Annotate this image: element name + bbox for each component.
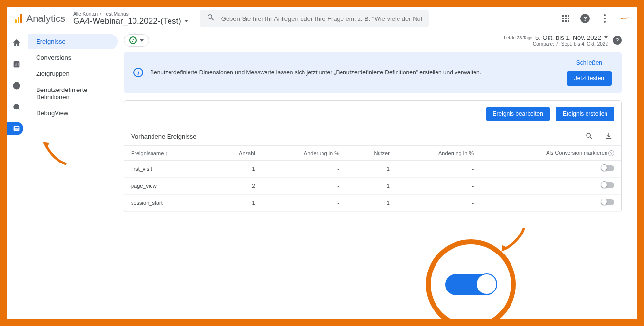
- rail-configure-icon[interactable]: [7, 122, 23, 135]
- cell-name: first_visit: [124, 161, 210, 178]
- account-avatar-icon[interactable]: ⁓: [618, 12, 630, 24]
- brand-label: Analytics: [26, 13, 65, 24]
- table-row[interactable]: page_view2-1-: [124, 178, 621, 195]
- property-selector[interactable]: GA4-Webinar_10.2022-(Test): [73, 17, 188, 26]
- banner-text: Benutzerdefinierte Dimensionen und Messw…: [150, 68, 560, 77]
- rail-home-icon[interactable]: [10, 36, 23, 50]
- date-range-text[interactable]: 5. Okt. bis 1. Nov. 2022: [535, 34, 601, 41]
- check-icon: ✓: [129, 36, 137, 44]
- events-card: Ereignis bearbeiten Ereignis erstellen V…: [124, 100, 622, 212]
- conversion-toggle[interactable]: [602, 199, 614, 205]
- search-box[interactable]: [200, 10, 429, 27]
- nav-item-events[interactable]: Ereignisse: [28, 34, 118, 49]
- svg-rect-3: [18, 62, 19, 66]
- table-row[interactable]: session_start1-1-: [124, 195, 621, 212]
- cell-toggle: [480, 195, 621, 212]
- rail-reports-icon[interactable]: [10, 57, 23, 71]
- svg-rect-1: [15, 64, 16, 66]
- search-icon: [207, 13, 215, 24]
- banner-close-button[interactable]: Schließen: [576, 59, 602, 66]
- cell-change2: -: [397, 161, 480, 178]
- cell-name: session_start: [124, 195, 210, 212]
- create-event-button[interactable]: Ereignis erstellen: [556, 107, 614, 121]
- date-compare-text: Compare: 7. Sept. bis 4. Okt. 2022: [533, 41, 608, 47]
- info-icon: i: [133, 68, 143, 77]
- icon-rail: [7, 30, 26, 319]
- help-icon[interactable]: ?: [613, 36, 622, 45]
- cell-name: page_view: [124, 178, 210, 195]
- info-banner: i Benutzerdefinierte Dimensionen und Mes…: [124, 52, 622, 93]
- cell-change2: -: [397, 195, 480, 212]
- cell-count: 1: [210, 161, 262, 178]
- rail-explore-icon[interactable]: [10, 79, 23, 92]
- cell-change1: -: [262, 178, 346, 195]
- analytics-logo-icon: [15, 14, 22, 23]
- svg-point-4: [13, 82, 20, 89]
- cell-toggle: [480, 178, 621, 195]
- annotation-toggle-on-icon: [445, 274, 497, 295]
- main-content: ✓ Letzte 28 Tage 5. Okt. bis 1. Nov. 202…: [120, 30, 637, 319]
- cell-count: 2: [210, 178, 262, 195]
- nav-item-audiences[interactable]: Zielgruppen: [28, 66, 118, 81]
- help-icon[interactable]: ?: [580, 13, 590, 24]
- col-change1[interactable]: Änderung in %: [262, 146, 346, 161]
- cell-change1: -: [262, 161, 346, 178]
- app-header: Analytics Alle Konten › Test Marius GA4-…: [7, 7, 637, 30]
- cell-toggle: [480, 161, 621, 178]
- conversion-toggle[interactable]: [602, 165, 614, 171]
- nav-item-custom-definitions[interactable]: Benutzerdefinierte Definitionen: [28, 82, 118, 105]
- chevron-down-icon: [604, 36, 608, 39]
- col-users[interactable]: Nutzer: [346, 146, 397, 161]
- breadcrumb-accounts[interactable]: Alle Konten: [73, 11, 98, 17]
- nav-item-conversions[interactable]: Conversions: [28, 50, 118, 65]
- breadcrumb-property[interactable]: Test Marius: [104, 11, 129, 17]
- download-icon[interactable]: [604, 131, 614, 142]
- filter-pill[interactable]: ✓: [124, 34, 149, 47]
- rail-advertising-icon[interactable]: [10, 100, 23, 114]
- breadcrumb[interactable]: Alle Konten › Test Marius: [73, 11, 188, 17]
- edit-event-button[interactable]: Ereignis bearbeiten: [486, 107, 550, 121]
- svg-rect-7: [14, 126, 19, 131]
- nav-item-debugview[interactable]: DebugView: [28, 106, 118, 121]
- cell-change1: -: [262, 195, 346, 212]
- chevron-down-icon: [140, 39, 144, 42]
- events-table: Ereignisname↑ Anzahl Änderung in % Nutze…: [124, 145, 621, 212]
- col-change2[interactable]: Änderung in %: [397, 146, 480, 161]
- card-subtitle: Vorhandene Ereignisse: [131, 133, 196, 140]
- property-name: GA4-Webinar_10.2022-(Test): [73, 17, 181, 26]
- svg-marker-10: [40, 139, 50, 148]
- date-prefix: Letzte 28 Tage: [504, 36, 532, 40]
- logo-block: Analytics: [15, 13, 65, 24]
- col-count[interactable]: Anzahl: [210, 146, 262, 161]
- cell-users: 1: [346, 178, 397, 195]
- left-nav: Ereignisse Conversions Zielgruppen Benut…: [26, 30, 120, 319]
- date-block: Letzte 28 Tage 5. Okt. bis 1. Nov. 2022 …: [504, 34, 622, 47]
- apps-icon[interactable]: [560, 13, 571, 24]
- svg-point-6: [15, 106, 17, 108]
- header-icons: ? ⁓: [560, 13, 629, 24]
- search-input[interactable]: [221, 15, 422, 22]
- chevron-right-icon: ›: [100, 11, 101, 17]
- breadcrumb-block: Alle Konten › Test Marius GA4-Webinar_10…: [73, 11, 188, 26]
- cell-users: 1: [346, 161, 397, 178]
- col-name[interactable]: Ereignisname↑: [124, 146, 210, 161]
- cell-change2: -: [397, 178, 480, 195]
- col-mark[interactable]: Als Conversion markieren?: [480, 146, 621, 161]
- banner-cta-button[interactable]: Jetzt testen: [567, 71, 612, 86]
- cell-users: 1: [346, 195, 397, 212]
- svg-rect-2: [16, 63, 17, 66]
- more-icon[interactable]: [599, 13, 610, 24]
- help-small-icon[interactable]: ?: [608, 150, 614, 156]
- chevron-down-icon: [184, 20, 188, 22]
- conversion-toggle[interactable]: [602, 182, 614, 188]
- table-row[interactable]: first_visit1-1-: [124, 161, 621, 178]
- table-search-icon[interactable]: [584, 131, 595, 142]
- cell-count: 1: [210, 195, 262, 212]
- sort-arrow-up-icon: ↑: [165, 150, 168, 156]
